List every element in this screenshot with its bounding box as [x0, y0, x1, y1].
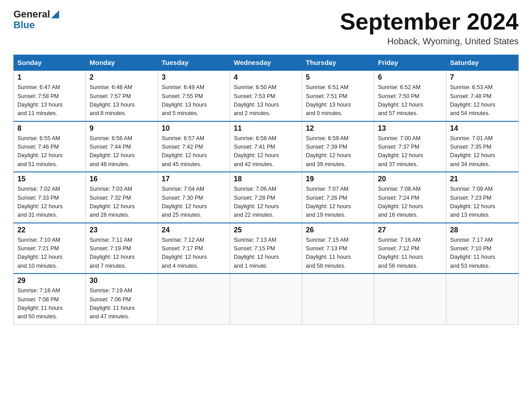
day-info: Sunrise: 7:19 AM Sunset: 7:06 PM Dayligh…: [90, 287, 154, 321]
day-info: Sunrise: 7:03 AM Sunset: 7:32 PM Dayligh…: [90, 185, 154, 220]
day-info: Sunrise: 7:04 AM Sunset: 7:30 PM Dayligh…: [162, 185, 226, 220]
day-number: 19: [306, 175, 370, 183]
day-number: 15: [17, 175, 82, 183]
day-number: 10: [162, 124, 226, 133]
calendar-cell: 30Sunrise: 7:19 AM Sunset: 7:06 PM Dayli…: [86, 274, 158, 324]
day-info: Sunrise: 7:10 AM Sunset: 7:21 PM Dayligh…: [17, 236, 82, 271]
weekday-header-wednesday: Wednesday: [230, 55, 302, 71]
calendar-cell: 17Sunrise: 7:04 AM Sunset: 7:30 PM Dayli…: [158, 172, 230, 223]
calendar-title: September 2024: [340, 9, 519, 34]
calendar-cell: 14Sunrise: 7:01 AM Sunset: 7:35 PM Dayli…: [446, 121, 519, 172]
logo-blue: Blue: [13, 20, 35, 30]
day-info: Sunrise: 7:00 AM Sunset: 7:37 PM Dayligh…: [378, 134, 442, 169]
title-block: September 2024 Hoback, Wyoming, United S…: [340, 9, 519, 47]
day-number: 26: [306, 226, 370, 234]
day-number: 8: [17, 124, 82, 133]
day-number: 30: [90, 277, 154, 285]
day-number: 20: [378, 175, 442, 183]
calendar-cell: 13Sunrise: 7:00 AM Sunset: 7:37 PM Dayli…: [374, 121, 446, 172]
week-row-2: 8Sunrise: 6:55 AM Sunset: 7:46 PM Daylig…: [14, 121, 519, 172]
week-row-4: 22Sunrise: 7:10 AM Sunset: 7:21 PM Dayli…: [14, 223, 519, 274]
week-row-3: 15Sunrise: 7:02 AM Sunset: 7:33 PM Dayli…: [14, 172, 519, 223]
day-number: 13: [378, 124, 442, 133]
day-info: Sunrise: 7:02 AM Sunset: 7:33 PM Dayligh…: [17, 185, 82, 220]
day-info: Sunrise: 6:56 AM Sunset: 7:44 PM Dayligh…: [90, 134, 154, 169]
calendar-cell: 23Sunrise: 7:11 AM Sunset: 7:19 PM Dayli…: [86, 223, 158, 274]
day-number: 18: [234, 175, 298, 183]
calendar-cell: 6Sunrise: 6:52 AM Sunset: 7:50 PM Daylig…: [374, 70, 446, 121]
weekday-header-tuesday: Tuesday: [158, 55, 230, 71]
day-info: Sunrise: 7:01 AM Sunset: 7:35 PM Dayligh…: [450, 134, 515, 169]
calendar-cell: 3Sunrise: 6:49 AM Sunset: 7:55 PM Daylig…: [158, 70, 230, 121]
calendar-cell: 7Sunrise: 6:53 AM Sunset: 7:48 PM Daylig…: [446, 70, 519, 121]
day-number: 16: [90, 175, 154, 183]
day-info: Sunrise: 7:09 AM Sunset: 7:23 PM Dayligh…: [450, 185, 515, 220]
calendar-cell: [302, 274, 374, 324]
day-number: 1: [17, 73, 82, 81]
day-number: 24: [162, 226, 226, 234]
calendar-cell: 26Sunrise: 7:15 AM Sunset: 7:13 PM Dayli…: [302, 223, 374, 274]
week-row-5: 29Sunrise: 7:18 AM Sunset: 7:08 PM Dayli…: [14, 274, 519, 324]
week-row-1: 1Sunrise: 6:47 AM Sunset: 7:58 PM Daylig…: [14, 70, 519, 121]
day-number: 29: [17, 277, 82, 285]
day-number: 9: [90, 124, 154, 133]
page-header: General Blue September 2024 Hoback, Wyom…: [13, 9, 519, 47]
logo-triangle-icon: [51, 10, 59, 18]
day-number: 2: [90, 73, 154, 81]
day-number: 14: [450, 124, 515, 133]
calendar-cell: 22Sunrise: 7:10 AM Sunset: 7:21 PM Dayli…: [14, 223, 86, 274]
calendar-cell: 9Sunrise: 6:56 AM Sunset: 7:44 PM Daylig…: [86, 121, 158, 172]
day-number: 11: [234, 124, 298, 133]
day-number: 5: [306, 73, 370, 81]
day-info: Sunrise: 7:18 AM Sunset: 7:08 PM Dayligh…: [17, 287, 82, 321]
day-number: 4: [234, 73, 298, 81]
calendar-cell: 5Sunrise: 6:51 AM Sunset: 7:51 PM Daylig…: [302, 70, 374, 121]
day-number: 12: [306, 124, 370, 133]
day-info: Sunrise: 6:52 AM Sunset: 7:50 PM Dayligh…: [378, 83, 442, 118]
calendar-cell: 18Sunrise: 7:06 AM Sunset: 7:28 PM Dayli…: [230, 172, 302, 223]
day-info: Sunrise: 7:17 AM Sunset: 7:10 PM Dayligh…: [450, 236, 515, 271]
calendar-cell: 27Sunrise: 7:16 AM Sunset: 7:12 PM Dayli…: [374, 223, 446, 274]
day-info: Sunrise: 7:11 AM Sunset: 7:19 PM Dayligh…: [90, 236, 154, 271]
day-info: Sunrise: 6:53 AM Sunset: 7:48 PM Dayligh…: [450, 83, 515, 118]
day-number: 22: [17, 226, 82, 234]
day-info: Sunrise: 6:57 AM Sunset: 7:42 PM Dayligh…: [162, 134, 226, 169]
day-number: 21: [450, 175, 515, 183]
day-info: Sunrise: 7:13 AM Sunset: 7:15 PM Dayligh…: [234, 236, 298, 271]
day-number: 28: [450, 226, 515, 234]
day-info: Sunrise: 6:47 AM Sunset: 7:58 PM Dayligh…: [17, 83, 82, 118]
calendar-cell: 10Sunrise: 6:57 AM Sunset: 7:42 PM Dayli…: [158, 121, 230, 172]
calendar-cell: 21Sunrise: 7:09 AM Sunset: 7:23 PM Dayli…: [446, 172, 519, 223]
weekday-header-row: SundayMondayTuesdayWednesdayThursdayFrid…: [14, 55, 519, 71]
day-info: Sunrise: 7:08 AM Sunset: 7:24 PM Dayligh…: [378, 185, 442, 220]
calendar-cell: 19Sunrise: 7:07 AM Sunset: 7:26 PM Dayli…: [302, 172, 374, 223]
weekday-header-sunday: Sunday: [14, 55, 86, 71]
calendar-cell: 20Sunrise: 7:08 AM Sunset: 7:24 PM Dayli…: [374, 172, 446, 223]
day-info: Sunrise: 6:59 AM Sunset: 7:39 PM Dayligh…: [306, 134, 370, 169]
calendar-cell: 8Sunrise: 6:55 AM Sunset: 7:46 PM Daylig…: [14, 121, 86, 172]
day-number: 23: [90, 226, 154, 234]
day-number: 17: [162, 175, 226, 183]
calendar-cell: [158, 274, 230, 324]
calendar-cell: [374, 274, 446, 324]
day-number: 6: [378, 73, 442, 81]
calendar-cell: 4Sunrise: 6:50 AM Sunset: 7:53 PM Daylig…: [230, 70, 302, 121]
calendar-subtitle: Hoback, Wyoming, United States: [340, 36, 519, 47]
weekday-header-saturday: Saturday: [446, 55, 519, 71]
logo-general: General: [13, 9, 50, 20]
weekday-header-monday: Monday: [86, 55, 158, 71]
day-info: Sunrise: 6:50 AM Sunset: 7:53 PM Dayligh…: [234, 83, 298, 118]
day-number: 25: [234, 226, 298, 234]
calendar-cell: 12Sunrise: 6:59 AM Sunset: 7:39 PM Dayli…: [302, 121, 374, 172]
calendar-cell: 28Sunrise: 7:17 AM Sunset: 7:10 PM Dayli…: [446, 223, 519, 274]
calendar-cell: 15Sunrise: 7:02 AM Sunset: 7:33 PM Dayli…: [14, 172, 86, 223]
day-info: Sunrise: 7:06 AM Sunset: 7:28 PM Dayligh…: [234, 185, 298, 220]
calendar-cell: [230, 274, 302, 324]
calendar-cell: [446, 274, 519, 324]
calendar-cell: 2Sunrise: 6:48 AM Sunset: 7:57 PM Daylig…: [86, 70, 158, 121]
day-info: Sunrise: 6:48 AM Sunset: 7:57 PM Dayligh…: [90, 83, 154, 118]
calendar-cell: 11Sunrise: 6:58 AM Sunset: 7:41 PM Dayli…: [230, 121, 302, 172]
day-info: Sunrise: 7:07 AM Sunset: 7:26 PM Dayligh…: [306, 185, 370, 220]
calendar-cell: 29Sunrise: 7:18 AM Sunset: 7:08 PM Dayli…: [14, 274, 86, 324]
day-info: Sunrise: 6:49 AM Sunset: 7:55 PM Dayligh…: [162, 83, 226, 118]
